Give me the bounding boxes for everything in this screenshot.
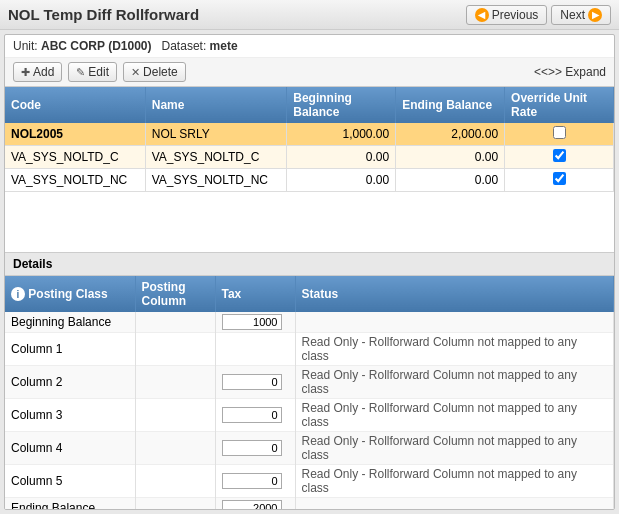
- unit-value: ABC CORP (D1000): [41, 39, 151, 53]
- previous-button[interactable]: ◀ Previous: [466, 5, 548, 25]
- cell-code: NOL2005: [5, 123, 145, 146]
- tax-input[interactable]: [222, 407, 282, 423]
- cell-name: NOL SRLY: [145, 123, 287, 146]
- detail-tax[interactable]: [215, 333, 295, 366]
- prev-arrow-icon: ◀: [475, 8, 489, 22]
- detail-status: Read Only - Rollforward Column not mappe…: [295, 366, 614, 399]
- delete-button[interactable]: ✕ Delete: [123, 62, 186, 82]
- cell-end-balance: 0.00: [396, 169, 505, 192]
- col-header-name: Name: [145, 87, 287, 123]
- col-header-override: Override Unit Rate: [505, 87, 614, 123]
- cell-override[interactable]: [505, 146, 614, 169]
- detail-posting-class: [135, 465, 215, 498]
- unit-info: Unit: ABC CORP (D1000) Dataset: mete: [5, 35, 614, 58]
- detail-label: Column 3: [5, 399, 135, 432]
- override-checkbox[interactable]: [553, 172, 566, 185]
- detail-status: Read Only - Rollforward Column not mappe…: [295, 399, 614, 432]
- tax-input[interactable]: [222, 440, 282, 456]
- cell-end-balance: 2,000.00: [396, 123, 505, 146]
- next-arrow-icon: ▶: [588, 8, 602, 22]
- expand-label: <<>> Expand: [534, 65, 606, 79]
- details-table: i Posting Class Posting Column Tax Statu…: [5, 276, 614, 510]
- page-title: NOL Temp Diff Rollforward: [8, 6, 199, 23]
- cell-name: VA_SYS_NOLTD_NC: [145, 169, 287, 192]
- detail-status: Read Only - Rollforward Column not mappe…: [295, 333, 614, 366]
- edit-button[interactable]: ✎ Edit: [68, 62, 117, 82]
- detail-posting-class: [135, 366, 215, 399]
- det-col-header-posting-col: Posting Column: [135, 276, 215, 312]
- cell-beg-balance: 0.00: [287, 146, 396, 169]
- dataset-label: Dataset:: [162, 39, 207, 53]
- detail-label: Column 5: [5, 465, 135, 498]
- add-label: Add: [33, 65, 54, 79]
- header-bar: NOL Temp Diff Rollforward ◀ Previous Nex…: [0, 0, 619, 30]
- details-row: Column 4Read Only - Rollforward Column n…: [5, 432, 614, 465]
- cell-beg-balance: 0.00: [287, 169, 396, 192]
- toolbar-left: ✚ Add ✎ Edit ✕ Delete: [13, 62, 186, 82]
- nav-buttons: ◀ Previous Next ▶: [466, 5, 611, 25]
- override-checkbox[interactable]: [553, 149, 566, 162]
- expand-button[interactable]: <<>> Expand: [534, 65, 606, 79]
- det-col-header-label: i Posting Class: [5, 276, 135, 312]
- detail-status: Read Only - Rollforward Column not mappe…: [295, 465, 614, 498]
- main-container: NOL Temp Diff Rollforward ◀ Previous Nex…: [0, 0, 619, 514]
- previous-label: Previous: [492, 8, 539, 22]
- cell-override[interactable]: [505, 169, 614, 192]
- detail-label: Column 1: [5, 333, 135, 366]
- info-icon: i: [11, 287, 25, 301]
- details-row: Column 3Read Only - Rollforward Column n…: [5, 399, 614, 432]
- spacer: [5, 192, 614, 252]
- det-col-header-tax: Tax: [215, 276, 295, 312]
- details-row: Ending Balance: [5, 498, 614, 511]
- delete-icon: ✕: [131, 66, 140, 79]
- detail-status: [295, 312, 614, 333]
- main-table-container: Code Name Beginning Balance Ending Balan…: [5, 87, 614, 192]
- details-row: Column 2Read Only - Rollforward Column n…: [5, 366, 614, 399]
- tax-input[interactable]: [222, 500, 282, 510]
- cell-name: VA_SYS_NOLTD_C: [145, 146, 287, 169]
- detail-posting-class: [135, 333, 215, 366]
- content-area: Unit: ABC CORP (D1000) Dataset: mete ✚ A…: [4, 34, 615, 510]
- cell-end-balance: 0.00: [396, 146, 505, 169]
- table-row[interactable]: VA_SYS_NOLTD_NCVA_SYS_NOLTD_NC0.000.00: [5, 169, 614, 192]
- next-button[interactable]: Next ▶: [551, 5, 611, 25]
- detail-tax[interactable]: [215, 465, 295, 498]
- add-button[interactable]: ✚ Add: [13, 62, 62, 82]
- override-checkbox[interactable]: [553, 126, 566, 139]
- detail-posting-class: [135, 399, 215, 432]
- detail-tax[interactable]: [215, 498, 295, 511]
- details-row: Beginning Balance: [5, 312, 614, 333]
- detail-tax[interactable]: [215, 432, 295, 465]
- detail-status: [295, 498, 614, 511]
- details-row: Column 1Read Only - Rollforward Column n…: [5, 333, 614, 366]
- details-row: Column 5Read Only - Rollforward Column n…: [5, 465, 614, 498]
- toolbar: ✚ Add ✎ Edit ✕ Delete <<>> Expand: [5, 58, 614, 87]
- add-icon: ✚: [21, 66, 30, 79]
- cell-beg-balance: 1,000.00: [287, 123, 396, 146]
- det-col-header-status: Status: [295, 276, 614, 312]
- detail-posting-class: [135, 312, 215, 333]
- detail-tax[interactable]: [215, 366, 295, 399]
- detail-tax[interactable]: [215, 399, 295, 432]
- edit-label: Edit: [88, 65, 109, 79]
- main-table: Code Name Beginning Balance Ending Balan…: [5, 87, 614, 192]
- edit-icon: ✎: [76, 66, 85, 79]
- delete-label: Delete: [143, 65, 178, 79]
- detail-posting-class: [135, 498, 215, 511]
- dataset-value: mete: [210, 39, 238, 53]
- table-row[interactable]: VA_SYS_NOLTD_CVA_SYS_NOLTD_C0.000.00: [5, 146, 614, 169]
- unit-label: Unit:: [13, 39, 38, 53]
- cell-override[interactable]: [505, 123, 614, 146]
- col-header-beg: Beginning Balance: [287, 87, 396, 123]
- details-header: Details: [5, 253, 614, 276]
- tax-input[interactable]: [222, 473, 282, 489]
- cell-code: VA_SYS_NOLTD_C: [5, 146, 145, 169]
- detail-posting-class: [135, 432, 215, 465]
- col-header-end: Ending Balance: [396, 87, 505, 123]
- table-row[interactable]: NOL2005NOL SRLY1,000.002,000.00: [5, 123, 614, 146]
- tax-input[interactable]: [222, 374, 282, 390]
- detail-label: Column 2: [5, 366, 135, 399]
- tax-input[interactable]: [222, 314, 282, 330]
- detail-status: Read Only - Rollforward Column not mappe…: [295, 432, 614, 465]
- detail-tax[interactable]: [215, 312, 295, 333]
